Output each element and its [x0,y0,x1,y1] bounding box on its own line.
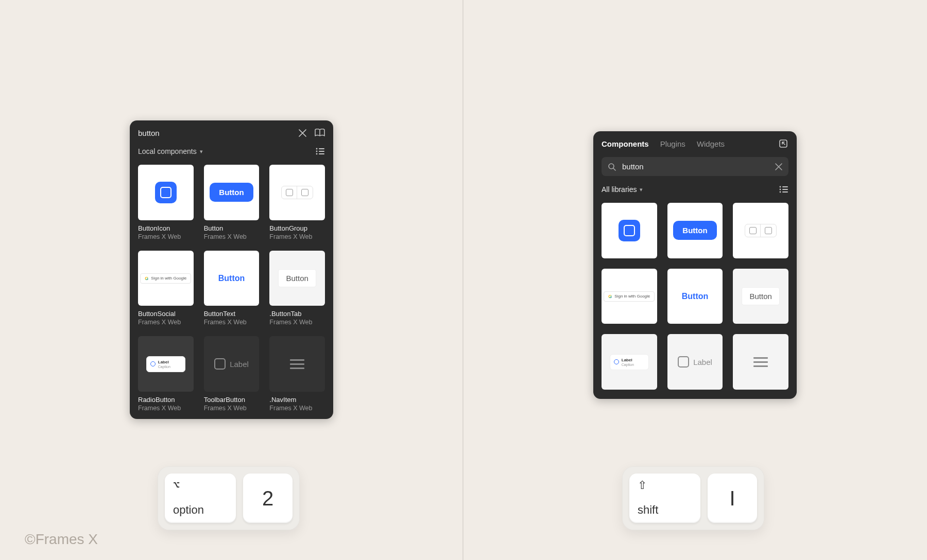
component-thumbnail [269,336,325,392]
button-text-graphic: Button [218,274,245,283]
vertical-divider [462,0,464,560]
key-i: I [708,474,757,523]
component-thumbnail: Label [667,334,723,390]
component-item[interactable]: .NavItem Frames X Web [269,336,325,412]
svg-line-8 [613,168,615,170]
component-item[interactable]: LabelCaption [602,334,657,390]
component-item[interactable]: Sign in with Google ButtonSocial Frames … [138,251,194,326]
search-value: button [622,162,769,171]
tab-components[interactable]: Components [602,139,649,148]
toolbar-button-graphic: Label [678,356,712,367]
component-thumbnail [733,334,788,390]
component-item[interactable]: ButtonIcon Frames X Web [138,165,194,240]
component-item[interactable]: Label [667,334,723,390]
tab-plugins[interactable]: Plugins [660,139,685,148]
svg-rect-5 [319,153,324,154]
clear-icon[interactable] [775,163,782,170]
list-view-toggle-icon[interactable] [778,184,788,195]
component-source: Frames X Web [269,319,325,326]
search-field[interactable]: button [602,157,788,176]
svg-rect-14 [782,191,788,192]
component-item[interactable]: Label ToolbarButton Frames X Web [204,336,260,412]
filter-label: All libraries [602,185,637,194]
filter-label: Local components [138,147,197,155]
component-item[interactable]: Button ButtonText Frames X Web [204,251,260,326]
component-source: Frames X Web [269,233,325,240]
component-name: RadioButton [138,396,194,404]
assets-panel-local: button Local components ▾ ButtonIcon Fra… [130,120,333,419]
svg-point-13 [779,191,781,193]
button-icon-graphic [155,182,177,203]
component-item[interactable]: ButtonGroup Frames X Web [269,165,325,240]
component-thumbnail: Button [269,251,325,306]
library-filter-dropdown[interactable]: All libraries ▾ [602,185,643,194]
component-item[interactable]: Button [667,269,723,324]
component-name: ButtonIcon [138,224,194,232]
button-graphic: Button [210,183,253,202]
component-item[interactable]: Sign in with Google [602,269,657,324]
search-icon [608,163,616,171]
component-thumbnail: Button [204,165,260,220]
svg-point-11 [779,189,781,190]
search-value[interactable]: button [138,129,290,137]
filter-dropdown[interactable]: Local components ▾ [138,147,203,155]
key-label: shift [638,503,692,517]
keyboard-shortcut-left: ⌥ option 2 [158,466,300,530]
component-thumbnail: Label [204,336,260,392]
popout-icon[interactable] [778,138,788,149]
component-item[interactable] [733,334,788,390]
component-thumbnail [602,203,657,258]
close-icon[interactable] [297,128,307,138]
component-source: Frames X Web [204,319,260,326]
radio-button-graphic: LabelCaption [610,354,649,370]
component-item[interactable]: LabelCaption RadioButton Frames X Web [138,336,194,412]
chevron-down-icon: ▾ [200,148,203,155]
svg-point-4 [316,153,317,155]
component-thumbnail [138,165,194,220]
component-thumbnail: LabelCaption [602,334,657,390]
component-source: Frames X Web [138,233,194,240]
radio-button-graphic: LabelCaption [146,356,185,372]
key-option: ⌥ option [165,474,236,523]
component-item[interactable]: Button [667,203,723,258]
list-view-toggle-icon[interactable] [315,146,325,156]
component-item[interactable]: Button .ButtonTab Frames X Web [269,251,325,326]
chevron-down-icon: ▾ [640,186,643,193]
nav-item-graphic [290,359,304,369]
component-thumbnail: Button [733,269,788,324]
component-name: .NavItem [269,396,325,404]
component-item[interactable] [733,203,788,258]
key-shift: ⇧ shift [629,474,700,523]
button-tab-graphic: Button [742,287,779,305]
component-item[interactable] [602,203,657,258]
component-name: ToolbarButton [204,396,260,404]
button-tab-graphic: Button [278,269,316,287]
key-label: 2 [262,487,273,510]
component-source: Frames X Web [269,405,325,412]
component-source: Frames X Web [204,233,260,240]
component-thumbnail: LabelCaption [138,336,194,392]
component-thumbnail [269,165,325,220]
component-thumbnail: Button [204,251,260,306]
svg-point-0 [316,148,317,150]
component-thumbnail: Button [667,203,723,258]
nav-item-graphic [753,357,768,367]
toolbar-button-graphic: Label [214,358,249,370]
key-symbol: ⌥ [173,480,228,491]
tab-widgets[interactable]: Widgets [697,139,725,148]
component-item[interactable]: Button [733,269,788,324]
svg-rect-12 [782,189,788,190]
book-icon[interactable] [315,128,325,138]
component-source: Frames X Web [138,319,194,326]
component-thumbnail: Sign in with Google [602,269,657,324]
svg-rect-10 [782,186,788,187]
key-symbol: ⇧ [638,480,692,491]
key-label: I [729,487,735,510]
svg-point-9 [779,186,781,188]
watermark: ©Frames X [25,531,98,548]
button-icon-graphic [619,220,640,241]
component-thumbnail: Sign in with Google [138,251,194,306]
component-item[interactable]: Button Button Frames X Web [204,165,260,240]
component-thumbnail: Button [667,269,723,324]
button-group-graphic [281,186,313,199]
